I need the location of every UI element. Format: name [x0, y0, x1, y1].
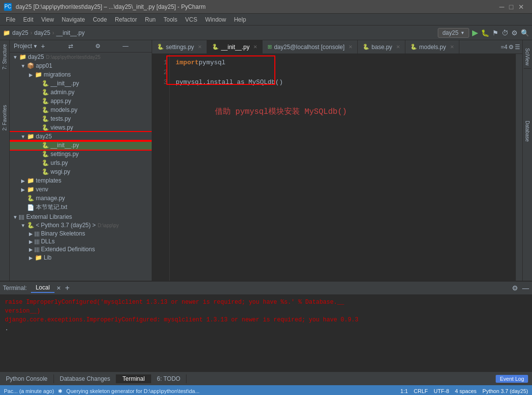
tab-local[interactable]: Local	[31, 283, 55, 293]
tree-item-init-selected[interactable]: 🐍 __init__.py	[10, 141, 152, 150]
coverage-icon[interactable]: ⚑	[492, 29, 499, 37]
python-file-icon: 🐍	[41, 168, 49, 176]
debug-icon[interactable]: 🐛	[481, 29, 489, 37]
tab-todo[interactable]: 6: TODO	[151, 374, 187, 383]
python-version[interactable]: Python 3.7 (day25)	[482, 388, 528, 394]
tab-close-icon[interactable]: ✕	[348, 44, 352, 50]
tab-close-local[interactable]: ✕	[56, 285, 61, 291]
tab-terminal[interactable]: Terminal	[116, 374, 151, 383]
terminal-content[interactable]: raise ImproperlyConfigured('mysqlclient …	[0, 295, 532, 371]
sync-icon[interactable]: ⇄	[68, 43, 93, 50]
menu-run[interactable]: Run	[141, 15, 160, 24]
menu-tools[interactable]: Tools	[160, 15, 181, 24]
menu-code[interactable]: Code	[89, 15, 111, 24]
tab-settings-icon[interactable]: ⚙	[508, 44, 514, 51]
project-panel: Project ▾ + ⇄ ⚙ — ▼ 📁 day25 D:\app\pytho…	[10, 40, 152, 281]
tab-options-icon[interactable]: ☰	[515, 44, 520, 51]
minimize-btn[interactable]: ─	[500, 3, 505, 11]
tab-console[interactable]: ⊞ day25@localhost [console] ✕	[263, 40, 358, 54]
tree-item-urls[interactable]: 🐍 urls.py	[10, 158, 152, 167]
menu-vcs[interactable]: VCS	[181, 15, 201, 24]
tree-item-lib[interactable]: ▶ 📁 Lib	[10, 253, 152, 262]
folder-icon: 📁	[34, 71, 42, 79]
menu-help[interactable]: Help	[230, 15, 250, 24]
breadcrumb-file[interactable]: __init__.py	[56, 29, 84, 36]
tree-item-manage[interactable]: 🐍 manage.py	[10, 194, 152, 203]
tree-item-python37[interactable]: ▼ 🐍 < Python 3.7 (day25) > D:\app\py	[10, 221, 152, 230]
tree-item-admin[interactable]: 🐍 admin.py	[10, 88, 152, 97]
tab-init[interactable]: 🐍 __init__.py ✕	[207, 40, 263, 54]
menu-window[interactable]: Window	[201, 15, 230, 24]
tab-close-icon[interactable]: ✕	[450, 44, 454, 50]
tab-base[interactable]: 🐍 base.py ✕	[358, 40, 405, 54]
tab-models[interactable]: 🐍 models.py ✕	[405, 40, 459, 54]
tree-label: Binary Skeletons	[41, 230, 85, 237]
tab-settings[interactable]: 🐍 settings.py ✕	[152, 40, 207, 54]
settings-icon[interactable]: ⚙	[511, 29, 518, 37]
tree-item-models[interactable]: 🐍 models.py	[10, 105, 152, 114]
favorites-label[interactable]: 2: Favorites	[1, 103, 8, 132]
menu-view[interactable]: View	[37, 15, 58, 24]
tree-item-day25-sub[interactable]: ▼ 📁 day25	[10, 132, 152, 141]
code-text: pymysql.install_as_MySQLdb()	[176, 78, 283, 87]
breadcrumb-day25-sub[interactable]: day25	[34, 29, 51, 36]
tree-item-ext-libs[interactable]: ▼ |||| External Libraries	[10, 213, 152, 221]
add-terminal-icon[interactable]: +	[65, 284, 69, 292]
collapse-icon[interactable]: —	[123, 43, 148, 50]
tree-item-binary-skeletons[interactable]: ▶ |||| Binary Skeletons	[10, 230, 152, 237]
bottom-tabs-bar: Terminal: Local ✕ + ⚙ —	[0, 281, 532, 295]
tree-item-app01-init[interactable]: 🐍 __init__.py	[10, 79, 152, 88]
breadcrumb: 📁 day25 › day25 › __init__.py	[3, 29, 436, 36]
indentation[interactable]: 4 spaces	[455, 388, 477, 394]
tab-close-icon[interactable]: ✕	[198, 44, 202, 50]
structure-tab[interactable]: 7: Structure 2: Favorites	[0, 40, 10, 281]
tree-item-templates[interactable]: ▶ 📁 templates	[10, 176, 152, 185]
tree-item-settings[interactable]: 🐍 settings.py	[10, 150, 152, 158]
tree-item-notes[interactable]: 📄 本节笔记.txt	[10, 203, 152, 212]
expand-arrow: ▼	[20, 134, 27, 139]
run-icon[interactable]: ▶	[472, 28, 478, 37]
tab-expand-icon[interactable]: =4	[501, 44, 507, 51]
tree-item-app01[interactable]: ▼ 📦 app01	[10, 61, 152, 70]
breadcrumb-project[interactable]: 📁	[3, 29, 10, 36]
tree-item-ext-defs[interactable]: ▶ |||| Extended Definitions	[10, 245, 152, 253]
tree-item-migrations[interactable]: ▶ 📁 migrations	[10, 70, 152, 79]
python-file-icon: 🐍	[41, 124, 49, 132]
tree-item-views[interactable]: 🐍 views.py	[10, 123, 152, 132]
database-tab[interactable]: Database	[524, 118, 531, 145]
tab-db-changes[interactable]: Database Changes	[54, 374, 117, 383]
event-log-btn[interactable]: Event Log	[496, 375, 532, 382]
tree-item-wsgi[interactable]: 🐍 wsgi.py	[10, 167, 152, 176]
run-config-dropdown[interactable]: day25 ▼	[438, 28, 469, 38]
tab-close-icon[interactable]: ✕	[396, 44, 400, 50]
tree-item-day25-root[interactable]: ▼ 📁 day25 D:\app\python\test\day25	[10, 53, 152, 61]
profile-icon[interactable]: ⏱	[502, 29, 508, 37]
add-icon[interactable]: +	[41, 42, 66, 50]
cursor-position[interactable]: 1:1	[400, 388, 408, 394]
tree-item-venv[interactable]: ▶ 📁 venv	[10, 185, 152, 194]
menu-refactor[interactable]: Refactor	[111, 15, 141, 24]
annotation: 借助 pymysql模块安装 MySQLdb()	[215, 107, 509, 117]
menu-edit[interactable]: Edit	[19, 15, 37, 24]
encoding[interactable]: UTF-8	[434, 388, 449, 394]
menu-file[interactable]: File	[2, 15, 19, 24]
close-btn[interactable]: ✕	[518, 3, 524, 11]
editor-scrollbar[interactable]	[515, 54, 522, 281]
terminal-label: Terminal:	[3, 285, 27, 291]
tab-close-icon[interactable]: ✕	[253, 44, 257, 50]
tree-item-dlls[interactable]: ▶ |||| DLLs	[10, 237, 152, 245]
breadcrumb-day25[interactable]: day25	[12, 29, 28, 36]
maximize-btn[interactable]: □	[509, 3, 513, 11]
line-ending[interactable]: CRLF	[414, 388, 428, 394]
tab-python-console[interactable]: Python Console	[0, 374, 54, 383]
tree-item-tests[interactable]: 🐍 tests.py	[10, 114, 152, 123]
tree-item-apps[interactable]: 🐍 apps.py	[10, 97, 152, 105]
code-editor[interactable]: import pymysql pymysql.install_as_MySQLd…	[170, 54, 515, 281]
terminal-minimize-icon[interactable]: —	[522, 284, 529, 292]
structure-label[interactable]: 7: Structure	[1, 42, 8, 72]
sciview-tab[interactable]: SciView	[524, 45, 531, 69]
terminal-settings-icon[interactable]: ⚙	[512, 284, 518, 292]
search-icon[interactable]: 🔍	[521, 29, 529, 37]
gear-icon[interactable]: ⚙	[95, 43, 120, 50]
menu-navigate[interactable]: Navigate	[58, 15, 89, 24]
